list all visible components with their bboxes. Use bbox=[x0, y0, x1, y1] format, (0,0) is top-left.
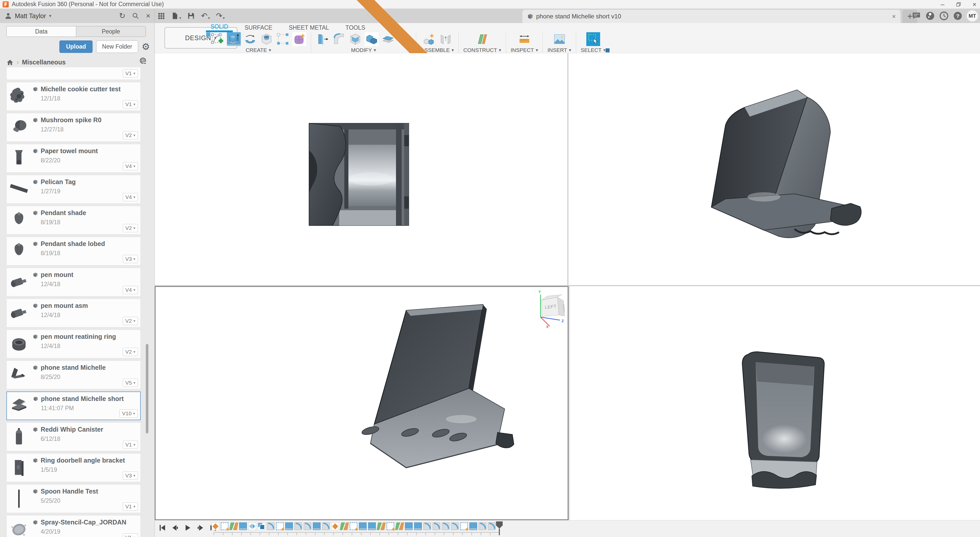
timeline-feature[interactable] bbox=[433, 523, 440, 530]
list-item[interactable]: Paper towel mount 8/22/20 V4 ▾ bbox=[6, 144, 141, 173]
data-panel-toggle-button[interactable] bbox=[158, 12, 165, 20]
list-item[interactable]: phone stand Michelle short 11:41:07 PM V… bbox=[6, 391, 141, 420]
document-tab[interactable]: phone stand Michelle short v10 × bbox=[522, 10, 900, 23]
timeline-feature[interactable] bbox=[340, 523, 348, 530]
timeline-feature[interactable] bbox=[368, 523, 376, 530]
list-item[interactable]: Reddi Whip Canister 6/12/18 V1 ▾ bbox=[6, 423, 141, 451]
window-restore-button[interactable] bbox=[956, 2, 961, 7]
group-label-construct[interactable]: CONSTRUCT▾ bbox=[463, 47, 501, 53]
timeline-feature[interactable] bbox=[405, 523, 413, 530]
version-dropdown[interactable]: V1 ▾ bbox=[123, 502, 138, 511]
list-item[interactable]: Mushroom spike R0 12/27/18 V2 ▾ bbox=[6, 113, 141, 141]
timeline-playhead[interactable] bbox=[495, 521, 503, 536]
list-item[interactable]: Pendant shade 8/19/18 V2 ▾ bbox=[6, 206, 141, 235]
data-panel-tab[interactable]: People bbox=[76, 26, 146, 37]
timeline-feature[interactable] bbox=[229, 523, 238, 530]
ribbon-tab[interactable]: SHEET METAL bbox=[284, 23, 334, 32]
new-folder-button[interactable]: New Folder bbox=[96, 40, 138, 53]
timeline-feature[interactable] bbox=[359, 523, 367, 530]
tool-button[interactable] bbox=[475, 32, 489, 46]
version-dropdown[interactable]: V2 ▾ bbox=[123, 348, 138, 356]
job-status-icon[interactable] bbox=[925, 11, 935, 21]
version-dropdown[interactable]: V1 ▾ bbox=[123, 534, 138, 537]
playback-button[interactable] bbox=[196, 523, 205, 532]
tool-button[interactable] bbox=[332, 32, 346, 46]
group-label-modify[interactable]: MODIFY▾ bbox=[351, 47, 376, 53]
timeline-feature[interactable] bbox=[460, 523, 468, 530]
version-dropdown[interactable]: V3 ▾ bbox=[123, 255, 138, 263]
tool-button[interactable] bbox=[316, 32, 329, 46]
timeline-feature[interactable] bbox=[322, 523, 330, 530]
version-dropdown[interactable]: V2 ▾ bbox=[123, 131, 138, 139]
version-dropdown[interactable]: V1 ▾ bbox=[123, 100, 138, 108]
help-icon[interactable]: ? bbox=[953, 11, 963, 21]
timeline-feature[interactable] bbox=[276, 523, 284, 530]
window-close-button[interactable]: × bbox=[973, 1, 977, 8]
timeline-feature[interactable] bbox=[258, 523, 265, 530]
tool-button[interactable] bbox=[210, 32, 224, 46]
tool-button[interactable] bbox=[348, 32, 362, 46]
timeline-feature[interactable] bbox=[387, 523, 394, 530]
group-label-insert[interactable]: INSERT▾ bbox=[547, 47, 571, 53]
version-dropdown[interactable]: V10 ▾ bbox=[119, 409, 138, 418]
redo-button[interactable]: ↷▾ bbox=[216, 12, 224, 20]
list-item[interactable]: pen mount asm 12/4/18 V2 ▾ bbox=[6, 299, 141, 327]
timeline-feature[interactable] bbox=[442, 523, 449, 530]
search-button[interactable] bbox=[132, 12, 139, 19]
window-minimize-button[interactable]: – bbox=[940, 1, 944, 8]
timeline-feature[interactable] bbox=[212, 523, 219, 530]
tool-button[interactable] bbox=[293, 32, 306, 46]
tool-button[interactable] bbox=[259, 32, 274, 46]
web-view-icon[interactable] bbox=[139, 57, 147, 65]
timeline-feature[interactable] bbox=[423, 523, 431, 530]
tool-button[interactable] bbox=[243, 32, 257, 46]
timeline-feature[interactable] bbox=[488, 523, 495, 530]
timeline-feature[interactable] bbox=[267, 523, 274, 530]
list-item[interactable]: Pendant shade lobed 8/19/18 V3 ▾ bbox=[6, 237, 141, 265]
notifications-icon[interactable] bbox=[939, 11, 949, 21]
timeline-feature[interactable] bbox=[479, 523, 486, 530]
scrollbar-thumb[interactable] bbox=[146, 344, 148, 434]
playback-button[interactable] bbox=[183, 523, 192, 532]
version-dropdown[interactable]: V5 ▾ bbox=[123, 379, 138, 387]
timeline-feature[interactable] bbox=[377, 523, 385, 530]
gear-icon[interactable]: ⚙ bbox=[142, 42, 150, 51]
file-menu-button[interactable]: ▾ bbox=[171, 12, 181, 20]
tool-button[interactable] bbox=[439, 32, 452, 46]
tool-button[interactable] bbox=[552, 32, 566, 46]
tool-button[interactable] bbox=[227, 32, 241, 46]
refresh-button[interactable]: ↻ bbox=[119, 12, 125, 20]
group-label-inspect[interactable]: INSPECT▾ bbox=[511, 47, 538, 53]
viewport-top-left[interactable] bbox=[155, 53, 568, 286]
group-label-create[interactable]: CREATE▾ bbox=[246, 47, 271, 53]
list-item[interactable]: Spray-Stencil-Cap_JORDAN 4/20/19 V1 ▾ bbox=[6, 515, 141, 537]
tool-button[interactable] bbox=[422, 32, 436, 46]
tool-button[interactable] bbox=[586, 32, 600, 46]
viewport-bottom-right[interactable] bbox=[568, 286, 980, 520]
feedback-icon[interactable] bbox=[912, 11, 921, 21]
version-dropdown[interactable]: V4 ▾ bbox=[123, 286, 138, 294]
version-dropdown[interactable]: V1 ▾ bbox=[123, 69, 138, 78]
list-item[interactable]: Michelle cookie cutter test 12/1/18 V1 ▾ bbox=[6, 82, 141, 111]
close-panel-button[interactable]: × bbox=[146, 12, 150, 20]
user-avatar[interactable]: MT bbox=[967, 10, 978, 21]
version-dropdown[interactable]: V2 ▾ bbox=[123, 317, 138, 325]
timeline-feature[interactable] bbox=[285, 523, 293, 530]
list-item[interactable]: Ring doorbell angle bracket 1/5/19 V3 ▾ bbox=[6, 453, 141, 482]
timeline-feature[interactable] bbox=[304, 523, 311, 530]
breadcrumb-folder[interactable]: Miscellaneous bbox=[22, 59, 66, 66]
timeline-feature[interactable] bbox=[248, 523, 256, 530]
ribbon-tab[interactable]: SURFACE bbox=[240, 23, 277, 32]
timeline-feature[interactable] bbox=[451, 523, 459, 530]
playback-button[interactable] bbox=[158, 523, 167, 532]
timeline-feature[interactable] bbox=[469, 523, 477, 530]
version-dropdown[interactable]: V3 ▾ bbox=[123, 472, 138, 480]
list-item[interactable]: pen mount reatining ring 12/4/18 V2 ▾ bbox=[6, 330, 141, 358]
version-dropdown[interactable]: V1 ▾ bbox=[123, 441, 138, 449]
ribbon-tab[interactable]: TOOLS bbox=[341, 23, 370, 32]
list-item[interactable]: V1 ▾ bbox=[6, 67, 141, 80]
timeline-feature[interactable] bbox=[221, 523, 228, 530]
timeline-feature[interactable] bbox=[395, 523, 404, 530]
list-item[interactable]: Pelican Tag 1/27/19 V4 ▾ bbox=[6, 175, 141, 203]
viewport-top-right[interactable] bbox=[568, 53, 980, 286]
